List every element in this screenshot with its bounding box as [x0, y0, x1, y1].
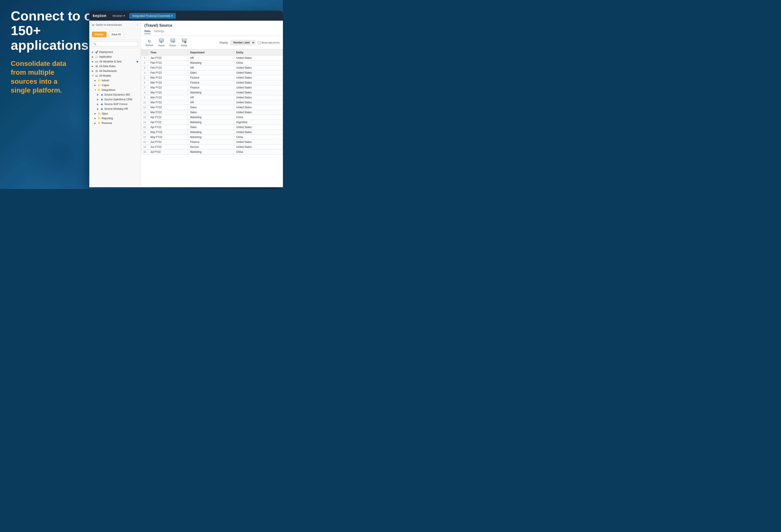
sidebar-item-data-rules[interactable]: ▶ ⊞ All Data Rules [89, 64, 141, 69]
expand-arrow: ▶ [97, 103, 99, 105]
sidebar-item-label: Admin [102, 79, 109, 82]
save-all-button[interactable]: Save All [108, 32, 124, 37]
cell-rownum: 13 [141, 115, 148, 120]
folder-icon: 📁 [97, 88, 101, 91]
ife-button[interactable]: Integrated Financial Essentials ▾ [129, 13, 176, 19]
cell-entity: United States [234, 100, 283, 105]
sidebar-item-dashboards[interactable]: ▶ ⊟ All Dashboards [89, 69, 141, 73]
cell-entity: United States [234, 110, 283, 115]
sidebar-item-integrations[interactable]: ▼ 📁 Integrations [89, 88, 141, 92]
sidebar-item-source-dynamics[interactable]: ▶ ◆ Source-Dynamics 365 [89, 92, 141, 97]
sidebar-item-label: Deployment [99, 50, 113, 53]
cell-entity: United States [234, 140, 283, 145]
import-button[interactable]: 123 Import [157, 38, 166, 48]
table-row: 6 Mar FY22 Finance United States [141, 80, 283, 85]
main-content: (Travel) Source Data Settings ↻ Refresh … [141, 21, 283, 187]
cell-time: Mar FY22 [148, 80, 188, 85]
cell-department: Sales [188, 105, 234, 110]
sidebar-top: ⇄ Switch to Administrator ‹ [89, 21, 141, 30]
sidebar-item-variables[interactable]: ▶ (x) All Variables & Sets [89, 59, 141, 64]
cell-entity: United States [234, 55, 283, 60]
cell-time: Apr FY22 [148, 125, 188, 130]
import-icon: 123 [159, 39, 164, 44]
cell-rownum: 11 [141, 105, 148, 110]
cell-time: Jun FY22 [148, 145, 188, 150]
table-row: 16 May FY22 Marketing United States [141, 130, 283, 135]
cell-department: Sales [188, 70, 234, 75]
export-button[interactable]: 123 Export [168, 38, 177, 48]
cell-time: Apr FY22 [148, 115, 188, 120]
table-row: 8 Mar FY22 Marketing United States [141, 90, 283, 95]
sidebar-item-source-workday[interactable]: ▶ ◆ Source-Workday HR [89, 107, 141, 111]
col-header-time: Time [148, 50, 188, 55]
sidebar-item-application[interactable]: ▶ □ Application [89, 54, 141, 59]
sidebar-item-admin[interactable]: ▶ 📁 Admin [89, 78, 141, 83]
cell-time: Mar FY22 [148, 100, 188, 105]
delete-icon: 123 ✕ [182, 39, 187, 44]
table-row: 3 Feb FY22 HR United States [141, 66, 283, 70]
table-row: 2 Feb FY22 Marketing China [141, 60, 283, 66]
app-window: kepion Modeler ▾ Integrated Financial Es… [89, 11, 283, 187]
source-icon: ◆ [100, 103, 104, 106]
cell-entity: United States [234, 125, 283, 130]
data-table: Time Department Entity 1 Jan FY22 HR Uni… [141, 49, 283, 155]
cell-entity: United States [234, 75, 283, 80]
cell-department: Service [188, 145, 234, 150]
cell-department: Marketing [188, 135, 234, 140]
content-header: (Travel) Source Data Settings [141, 21, 283, 36]
sidebar-search-input[interactable] [92, 41, 138, 46]
cell-time: Apr FY22 [148, 120, 188, 125]
sidebar-item-label: Source-Dynamics 365 [105, 93, 130, 96]
sidebar-item-label: Source-SAP Concur [105, 103, 128, 106]
cell-time: Feb FY22 [148, 60, 188, 66]
sidebar-item-revenue[interactable]: ▶ 📁 Revenue [89, 121, 141, 125]
deploy-button[interactable]: Deploy [92, 32, 107, 37]
sidebar-item-label: All Data Rules [99, 65, 116, 68]
expand-arrow: ▼ [94, 89, 96, 91]
cell-entity: United States [234, 95, 283, 100]
table-row: 9 Mar FY22 HR United States [141, 95, 283, 100]
folder-icon: 📁 [97, 84, 101, 87]
tab-data[interactable]: Data [145, 30, 151, 34]
cell-department: Finance [188, 85, 234, 90]
sidebar-tree: ▶ 🚀 Deployment ▶ □ Application ▶ (x) All… [89, 48, 141, 187]
delete-button[interactable]: 123 ✕ Delete [180, 38, 189, 48]
folder-icon: 📁 [97, 79, 101, 82]
show-errors-input[interactable] [258, 41, 260, 44]
sidebar-item-opex[interactable]: ▶ 📁 Opex [89, 111, 141, 116]
chevron-down-icon: ▾ [171, 14, 173, 17]
table-row: 19 Jun FY22 Service United States [141, 145, 283, 150]
source-icon: ◆ [100, 108, 104, 111]
cell-entity: Argentina [234, 120, 283, 125]
expand-arrow: ▶ [97, 108, 99, 110]
sidebar-item-capex[interactable]: ▶ 📁 Capex [89, 83, 141, 88]
folder-icon: 📁 [97, 122, 101, 125]
cell-time: Mar FY22 [148, 110, 188, 115]
sidebar-item-deployment[interactable]: ▶ 🚀 Deployment [89, 50, 141, 54]
cell-rownum: 19 [141, 145, 148, 150]
modeler-button[interactable]: Modeler ▾ [111, 13, 127, 18]
sidebar-item-source-salesforce[interactable]: ▶ ◆ Source-Salesforce CRM [89, 97, 141, 102]
cell-entity: United States [234, 80, 283, 85]
sidebar-search-area: 🔍 [89, 40, 141, 48]
sidebar-item-label: Source-Salesforce CRM [105, 98, 132, 101]
switch-to-administrator-link[interactable]: ⇄ Switch to Administrator [92, 23, 135, 27]
svg-text:123: 123 [160, 40, 163, 42]
sidebar-item-all-models[interactable]: ▼ 🗂 All Models [89, 73, 141, 78]
cell-rownum: 14 [141, 120, 148, 125]
cell-rownum: 20 [141, 150, 148, 155]
cell-department: HR [188, 66, 234, 70]
sidebar-item-source-sap[interactable]: ▶ ◆ Source-SAP Concur [89, 102, 141, 107]
source-icon: ◆ [100, 98, 104, 101]
refresh-button[interactable]: ↻ Refresh [145, 38, 155, 47]
expand-arrow: ▶ [94, 79, 96, 82]
display-select[interactable]: Member Label [231, 40, 255, 45]
cell-rownum: 2 [141, 60, 148, 66]
sidebar-collapse-button[interactable]: ‹ [137, 23, 138, 27]
data-table-wrapper: Time Department Entity 1 Jan FY22 HR Uni… [141, 49, 283, 187]
cell-department: Sales [188, 125, 234, 130]
refresh-icon: ↻ [148, 39, 151, 44]
sidebar-item-reporting[interactable]: ▶ 📁 Reporting [89, 116, 141, 121]
expand-arrow: ▶ [94, 113, 96, 115]
tab-settings[interactable]: Settings [154, 30, 164, 34]
